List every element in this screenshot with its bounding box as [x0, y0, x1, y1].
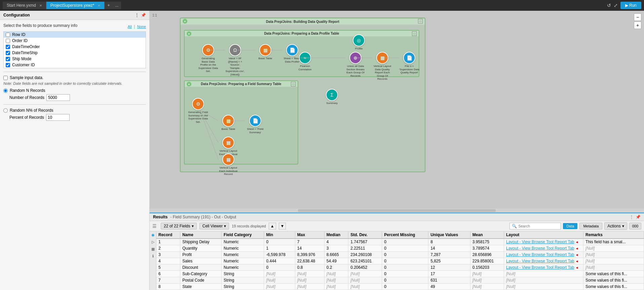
tool-value-iif[interactable]: Ω Value = IIF ([Name] = + 'Source', 'Sam… [225, 44, 245, 76]
table-cell: 12 [428, 264, 470, 271]
run-button[interactable]: ▶ Run [620, 2, 641, 9]
field-customer-id[interactable]: Customer ID [4, 62, 146, 68]
outer-wf-toggle[interactable]: ● [183, 19, 187, 24]
num-records-input[interactable] [46, 94, 70, 101]
tool-vl2[interactable]: ▦ Vertical Layout Each Individual Record [218, 153, 238, 176]
left-panel: Configuration ⋮ 📌 Select the fields to p… [0, 11, 150, 290]
table-cell: Discount [180, 264, 222, 271]
inner2-wf-expand[interactable]: □ [291, 82, 296, 86]
tab-project-superstore-close[interactable]: ✕ [98, 4, 100, 7]
tool-vl-quality[interactable]: ▦ Vertical Layout Data Quality Report Ea… [372, 52, 392, 81]
bottom-header: Results - Field Summary (191) - Out - Ou… [150, 213, 644, 221]
table-row[interactable]: 3ProfitNumeric-6,599.9788,399.9768.66652… [156, 252, 644, 258]
table-scroll-area[interactable]: Record Name Field Category Min Max Media… [156, 231, 644, 290]
table-row[interactable]: 7Postal CodeString[Null][Null][Null][Nul… [156, 277, 644, 284]
layout-link[interactable]: Layout - View Browse Tool Report Tab [506, 252, 574, 257]
sort-down-button[interactable]: ▼ [279, 223, 286, 229]
table-cell: [Null] [470, 277, 504, 284]
table-cell: Layout - View Browse Tool Report Tab ◄ [504, 252, 583, 258]
tool-pearson[interactable]: ≈ Pearson Correlation [295, 52, 315, 71]
none-link[interactable]: None [137, 25, 146, 29]
inner1-wf-expand[interactable]: □ [412, 31, 417, 36]
table-row[interactable]: 8StateString[Null][Null][Null][Null]049[… [156, 284, 644, 290]
tool-generate-field[interactable]: ⚙ Generating Field Summary on the Supers… [188, 98, 208, 123]
tool-generate-basic[interactable]: ⚙ Generating Basic Data Profile on the S… [198, 44, 218, 73]
random-pct-radio[interactable] [3, 108, 8, 113]
field-datetime-ship[interactable]: DateTimeShip [4, 50, 146, 56]
tool-summary[interactable]: Σ Summary [322, 89, 342, 105]
sample-input-checkbox[interactable] [3, 76, 8, 80]
field-order-id-checkbox[interactable] [6, 39, 10, 43]
inner1-wf-toggle[interactable]: ● [187, 31, 191, 36]
col-max: Max [295, 231, 324, 239]
tool-basic-table-1[interactable]: ▦ Basic Table [255, 44, 275, 60]
sort-up-button[interactable]: ▲ [269, 223, 276, 229]
field-datetime-order[interactable]: DateTimeOrder [4, 44, 146, 50]
table-row[interactable]: 1Shipping DelayNumeric0741.747567083.958… [156, 239, 644, 245]
results-more-icon[interactable]: ⋮ [630, 215, 634, 219]
panel-pin-icon[interactable]: 📌 [141, 13, 146, 17]
add-tab-button[interactable]: + [105, 2, 112, 9]
field-order-id[interactable]: Order ID [4, 38, 146, 44]
panel-more-icon[interactable]: ⋮ [135, 13, 139, 17]
table-layout-icon[interactable]: ☰ [152, 223, 157, 229]
tool-sheet-field-summary[interactable]: 📄 Sheet = 'Field Summary' [245, 115, 265, 134]
tab-project-superstore[interactable]: ProjectSuperstore.yxwz* ✕ [46, 2, 105, 9]
layout-link[interactable]: Layout - View Browse Tool Report Tab [506, 259, 574, 263]
results-nav-icon-4[interactable]: ℹ [152, 254, 154, 258]
results-nav-data-icon[interactable]: ◉ [151, 233, 155, 237]
field-datetime-ship-checkbox[interactable] [6, 51, 10, 55]
sample-note: Note: Date fields are not sampled in ord… [3, 81, 146, 85]
search-input[interactable] [518, 224, 559, 228]
tool-union[interactable]: ⊕ Union all Data Section Breaks Each Gro… [345, 52, 366, 77]
table-row[interactable]: 6Sub-CategoryString[Null][Null][Null][Nu… [156, 271, 644, 277]
tab-start-here-close[interactable]: ✕ [39, 4, 42, 7]
tool-profile[interactable]: ◎ Profile [349, 34, 369, 50]
field-ship-mode-checkbox[interactable] [6, 57, 10, 61]
outer-wf-expand[interactable]: □ [418, 19, 423, 24]
tool-file-quality[interactable]: 📄 File n = 'Superstore Data Quality Repo… [399, 52, 419, 74]
field-customer-id-checkbox[interactable] [6, 63, 10, 67]
actions-chevron: ▾ [622, 224, 624, 228]
canvas-scrollbar[interactable] [150, 209, 644, 213]
all-link[interactable]: All [128, 25, 132, 29]
flag-icon: ◄ [574, 240, 579, 244]
tool-basic-table-2[interactable]: ▦ Basic Table [218, 115, 238, 131]
layout-link[interactable]: Layout - View Browse Tool Report Tab [506, 265, 574, 270]
inner1-workflow-title: Data Prep/Joins: Preparing a Data Profil… [185, 31, 419, 36]
table-row[interactable]: 4SalesNumeric0.44422,638.4854.49623.2451… [156, 258, 644, 264]
field-row-id-checkbox[interactable] [6, 33, 10, 37]
data-table: Record Name Field Category Min Max Media… [156, 231, 644, 290]
fields-badge-chevron: ▾ [192, 224, 194, 228]
table-row[interactable]: 2QuantityNumeric11432.225110143.789574La… [156, 245, 644, 252]
fields-badge[interactable]: 22 of 22 Fields ▾ [161, 223, 197, 229]
field-customer-name[interactable]: Customer Name [4, 68, 146, 68]
zoom-plus-button[interactable]: + [634, 22, 641, 29]
random-n-radio[interactable] [3, 88, 8, 93]
table-row[interactable]: 5DiscountNumeric00.80.20.2064520120.1562… [156, 264, 644, 271]
field-ship-mode[interactable]: Ship Mode [4, 56, 146, 62]
table-cell: 1.747567 [348, 239, 382, 245]
search-box: 🔍 [509, 223, 561, 229]
metadata-button[interactable]: Metadata [579, 223, 602, 229]
results-nav-icon-3[interactable]: ▦ [151, 247, 155, 251]
layout-link[interactable]: Layout - View Browse Tool Report Tab [506, 246, 574, 251]
results-pin-icon[interactable]: 📌 [636, 215, 641, 219]
data-button[interactable]: Data [563, 223, 577, 229]
inner2-wf-toggle[interactable]: ● [187, 82, 191, 86]
results-nav-icon-2[interactable]: ▷ [152, 240, 154, 244]
layout-link[interactable]: Layout - View Browse Tool Report Tab [506, 240, 574, 244]
tab-start-here[interactable]: Start Here.yxmd ✕ [3, 2, 46, 9]
cell-viewer-button[interactable]: Cell Viewer ▾ [199, 223, 229, 229]
pct-records-input[interactable] [46, 114, 70, 121]
actions-button[interactable]: Actions ▾ [604, 222, 627, 230]
expand-icon[interactable]: ⤢ [614, 3, 618, 8]
refresh-icon[interactable]: ↺ [607, 3, 611, 8]
three-dots-button[interactable]: 000 [629, 223, 641, 229]
more-tabs-button[interactable]: ... [112, 2, 121, 9]
zoom-minus-button[interactable]: − [634, 13, 641, 21]
field-row-id[interactable]: Row ID [4, 32, 146, 38]
field-datetime-order-checkbox[interactable] [6, 45, 10, 49]
null-value: [Null] [297, 284, 306, 289]
canvas[interactable]: − + 1:1 ● Data Prep/Joins: Building Data… [150, 11, 644, 213]
